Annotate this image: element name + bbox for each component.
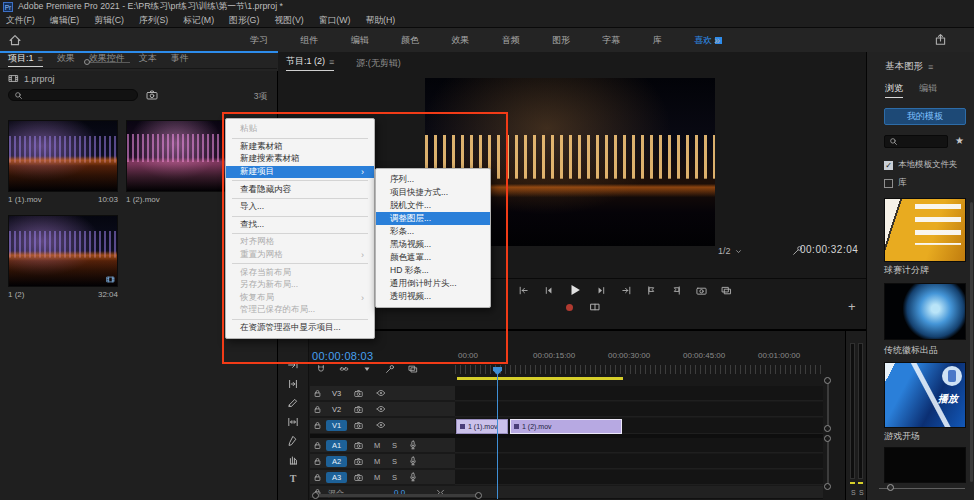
context-menu-item-3[interactable]: 新建搜索素材箱 — [226, 153, 374, 166]
template-thumbnail[interactable]: 播放 — [884, 362, 966, 428]
submenu-item-5[interactable]: 黑场视频... — [376, 238, 490, 251]
checkbox-local-templates-folder[interactable]: ✓本地模板文件夹 — [884, 159, 958, 171]
breadcrumb[interactable]: 1.prproj — [8, 73, 55, 84]
menu-item-2[interactable]: 剪辑(C) — [94, 15, 124, 27]
submenu-item-4[interactable]: 彩条... — [376, 225, 490, 238]
tool-hand-icon[interactable] — [287, 454, 299, 466]
toggle-track-output-icon[interactable] — [376, 420, 386, 430]
tool-razor-icon[interactable] — [287, 397, 299, 409]
submenu-item-7[interactable]: HD 彩条... — [376, 264, 490, 277]
template-name[interactable]: 游戏开场 — [884, 430, 920, 443]
voiceover-record-icon[interactable] — [408, 472, 418, 482]
track-lock-icon[interactable] — [313, 405, 322, 414]
project-panel-tab-3[interactable]: 文本 — [139, 52, 157, 65]
checkbox-libraries[interactable]: 库 — [884, 177, 907, 189]
template-thumbnail[interactable] — [884, 283, 966, 340]
menu-item-7[interactable]: 窗口(W) — [319, 15, 351, 27]
workspace-tab-3[interactable]: 颜色 — [401, 34, 419, 47]
tab-edit[interactable]: 编辑 — [919, 82, 937, 98]
context-menu-item-13[interactable]: 重置为网格› — [226, 249, 374, 262]
project-item-label[interactable]: 1 (2)32:04 — [8, 290, 118, 299]
track-target-badge[interactable]: V1 — [326, 420, 347, 431]
work-area-bar[interactable] — [457, 377, 623, 380]
workspace-tab-2[interactable]: 编辑 — [351, 34, 369, 47]
menu-item-5[interactable]: 图形(G) — [229, 15, 259, 27]
tab-program[interactable]: 节目:1 (2) ≡ — [286, 55, 334, 71]
solo-button[interactable]: S — [392, 441, 397, 450]
workspace-tab-4[interactable]: 效果 — [451, 34, 469, 47]
workspace-tab-7[interactable]: 字幕 — [602, 34, 620, 47]
tab-source[interactable]: 源:(无剪辑) — [356, 57, 401, 70]
tool-track-select-forward-icon[interactable] — [287, 359, 299, 371]
context-menu-item-20[interactable]: 在资源管理器中显示项目... — [226, 322, 374, 335]
timeline-clip[interactable]: 1 (2).mov — [510, 419, 622, 434]
panel-menu-icon[interactable]: ≡ — [38, 54, 43, 64]
submenu-item-1[interactable]: 项目快捷方式... — [376, 186, 490, 199]
track-lock-icon[interactable] — [313, 389, 322, 398]
submenu-item-0[interactable]: 序列... — [376, 173, 490, 186]
toggle-track-output-icon[interactable] — [376, 404, 386, 414]
panel-menu-icon[interactable]: ≡ — [329, 57, 334, 67]
freeform-snapshot-icon[interactable] — [146, 89, 158, 101]
quick-export-icon[interactable] — [934, 33, 947, 46]
menu-item-1[interactable]: 编辑(E) — [50, 15, 79, 27]
source-patch-icon[interactable] — [354, 473, 363, 482]
menu-item-6[interactable]: 视图(V) — [274, 15, 303, 27]
timeline-vertical-scrollbar[interactable] — [824, 377, 832, 495]
context-menu-item-4[interactable]: 新建项目› — [226, 166, 374, 179]
context-menu-item-18[interactable]: 管理已保存的布局... — [226, 304, 374, 317]
source-patch-icon[interactable] — [354, 421, 363, 430]
track-target-badge[interactable]: A3 — [326, 472, 347, 483]
go-to-out-icon[interactable] — [621, 285, 632, 296]
snap-icon[interactable] — [316, 364, 326, 374]
menu-item-4[interactable]: 标记(M) — [183, 15, 214, 27]
zoom-slider-icon[interactable] — [86, 62, 130, 63]
project-item-label[interactable]: 1 (1).mov10:03 — [8, 195, 118, 204]
submenu-item-9[interactable]: 透明视频... — [376, 290, 490, 303]
menu-item-8[interactable]: 帮助(H) — [365, 15, 395, 27]
timeline-horizontal-scrollbar[interactable] — [315, 494, 479, 497]
my-templates-button[interactable]: 我的模板 — [884, 108, 966, 125]
workspace-tab-5[interactable]: 音频 — [502, 34, 520, 47]
timeline-clip[interactable]: 1 (1).mov — [456, 419, 508, 434]
nest-icon[interactable] — [408, 364, 418, 374]
track-lane[interactable] — [455, 470, 823, 485]
mark-out-icon[interactable] — [671, 285, 682, 296]
source-patch-icon[interactable] — [354, 389, 363, 398]
project-panel-tab-1[interactable]: 效果 — [57, 52, 75, 65]
voiceover-record-icon[interactable] — [408, 456, 418, 466]
track-lane[interactable] — [455, 454, 823, 469]
panel-menu-icon[interactable]: ≡ — [928, 62, 933, 72]
project-item-thumbnail[interactable] — [8, 120, 118, 192]
context-menu-item-16[interactable]: 另存为新布局... — [226, 279, 374, 292]
source-patch-icon[interactable] — [354, 441, 363, 450]
play-icon[interactable] — [568, 283, 582, 297]
project-panel-tab-0[interactable]: 项目:1≡ — [8, 52, 43, 67]
submenu-item-8[interactable]: 通用倒计时片头... — [376, 277, 490, 290]
mute-button[interactable]: M — [374, 457, 380, 466]
time-ruler[interactable]: 00:0000:00:15:0000:00:30:0000:00:45:0000… — [455, 351, 823, 365]
template-search-input[interactable] — [884, 135, 948, 148]
track-lock-icon[interactable] — [313, 473, 322, 482]
lift-icon[interactable] — [589, 301, 601, 313]
context-menu-item-6[interactable]: 查看隐藏内容 — [226, 183, 374, 196]
project-panel-tab-4[interactable]: 事件 — [171, 52, 189, 65]
track-target-badge[interactable]: A1 — [326, 440, 347, 451]
search-input[interactable] — [8, 89, 138, 101]
menu-item-0[interactable]: 文件(F) — [6, 15, 35, 27]
toggle-track-output-icon[interactable] — [376, 388, 386, 398]
workspace-tab-1[interactable]: 组件 — [300, 34, 318, 47]
solo-button[interactable]: S — [392, 473, 397, 482]
monitor-zoom-select[interactable]: 1/2 — [718, 246, 743, 256]
project-item-label[interactable]: 1 (2).mov — [126, 195, 236, 204]
favorites-star-icon[interactable]: ★ — [955, 135, 964, 146]
context-menu-item-0[interactable]: 粘贴 — [226, 123, 374, 136]
track-lane[interactable] — [455, 438, 823, 453]
menu-item-3[interactable]: 序列(S) — [139, 15, 168, 27]
context-menu-item-15[interactable]: 保存当前布局 — [226, 266, 374, 279]
context-menu-item-8[interactable]: 导入... — [226, 201, 374, 214]
record-indicator[interactable] — [566, 304, 573, 311]
tool-slip-icon[interactable] — [287, 416, 299, 428]
track-lock-icon[interactable] — [313, 457, 322, 466]
track-lock-icon[interactable] — [313, 441, 322, 450]
